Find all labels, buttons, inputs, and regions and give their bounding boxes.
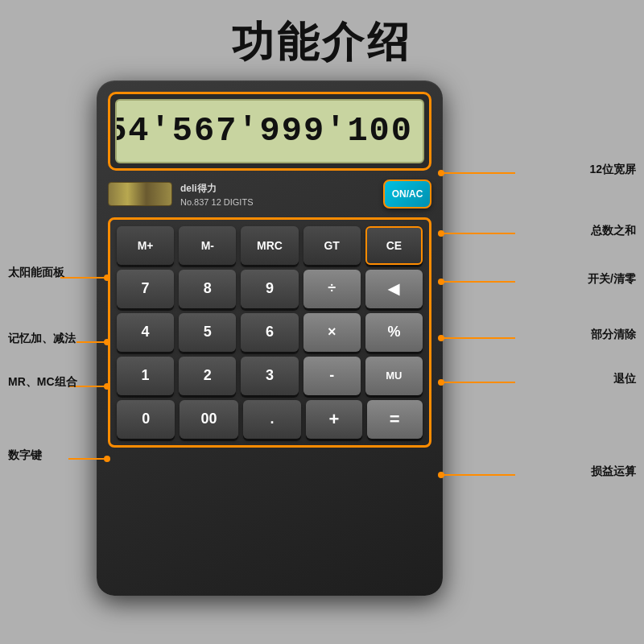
m-minus-button[interactable]: M- (179, 226, 236, 265)
model-number: No.837 12 DIGITS (180, 196, 375, 208)
calculator: 454'567'999'100 deli得力 No.837 12 DIGITS … (97, 80, 443, 596)
ann-memory: 记忆加、减法 (8, 332, 76, 346)
btn-dot[interactable]: . (243, 400, 301, 439)
ann-solar: 太阳能面板 (8, 266, 64, 280)
btn-2[interactable]: 2 (179, 357, 236, 395)
btn-backspace[interactable]: ◀ (365, 270, 423, 308)
brand-name: deli得力 (180, 179, 375, 196)
ce-button[interactable]: CE (365, 226, 423, 265)
btn-6[interactable]: 6 (241, 313, 298, 352)
m-plus-button[interactable]: M+ (117, 226, 174, 265)
row-456: 4 5 6 × % (117, 313, 423, 352)
btn-1[interactable]: 1 (117, 357, 174, 395)
page-title: 功能介绍 (0, 0, 644, 71)
btn-multiply[interactable]: × (303, 313, 361, 352)
ann-numkeys: 数字键 (8, 448, 42, 463)
ann-mu: 损益运算 (591, 464, 636, 479)
row-789: 7 8 9 ÷ ◀ (117, 270, 423, 308)
brand-row: deli得力 No.837 12 DIGITS ON/AC (108, 179, 431, 209)
ann-onac: 开关/清零 (588, 272, 636, 287)
btn-minus[interactable]: - (303, 357, 361, 395)
display-screen: 454'567'999'100 (115, 99, 424, 163)
gt-button[interactable]: GT (303, 226, 361, 265)
ann-total: 总数之和 (591, 224, 636, 238)
buttons-section: M+ M- MRC GT CE 7 8 9 ÷ ◀ 4 5 6 × % (108, 217, 431, 448)
ann-widescreen: 12位宽屏 (589, 163, 636, 177)
ann-ce: 部分清除 (591, 328, 636, 342)
btn-4[interactable]: 4 (117, 313, 174, 352)
brand-info: deli得力 No.837 12 DIGITS (180, 179, 375, 209)
row-0: 0 00 . + = (117, 400, 423, 439)
btn-9[interactable]: 9 (241, 270, 298, 308)
on-ac-button[interactable]: ON/AC (383, 180, 431, 208)
btn-00[interactable]: 00 (180, 400, 237, 439)
memory-row: M+ M- MRC GT CE (117, 226, 423, 265)
btn-8[interactable]: 8 (179, 270, 236, 308)
btn-plus[interactable]: + (306, 400, 361, 439)
display-value: 454'567'999'100 (115, 112, 413, 151)
btn-5[interactable]: 5 (179, 313, 236, 352)
btn-equals[interactable]: = (367, 400, 423, 439)
btn-0[interactable]: 0 (117, 400, 175, 439)
solar-panel (108, 182, 172, 206)
btn-3[interactable]: 3 (241, 357, 298, 395)
mrc-button[interactable]: MRC (241, 226, 298, 265)
btn-divide[interactable]: ÷ (303, 270, 361, 308)
btn-percent[interactable]: % (365, 313, 423, 352)
display-section: 454'567'999'100 (108, 92, 431, 171)
row-123: 1 2 3 - MU (117, 357, 423, 395)
ann-mrmc: MR、MC组合 (8, 375, 77, 390)
btn-mu[interactable]: MU (365, 357, 423, 395)
btn-7[interactable]: 7 (117, 270, 174, 308)
ann-backspace: 退位 (613, 372, 636, 386)
